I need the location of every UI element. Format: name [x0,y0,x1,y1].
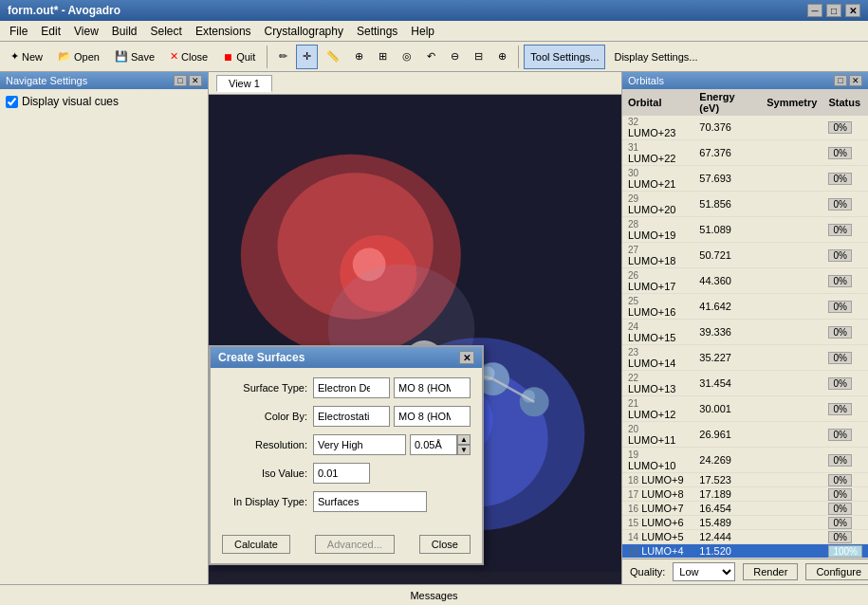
orbital-row[interactable]: 13 LUMO+411.520100% [622,544,868,559]
display-settings-button[interactable]: Display Settings... [607,45,704,69]
orbital-row[interactable]: 17 LUMO+817.1890% [622,487,868,502]
quality-label: Quality: [630,566,665,578]
save-button[interactable]: 💾 Save [108,45,161,69]
resolution-select[interactable]: Very High High Medium Low [313,434,406,455]
close-window-button[interactable]: ✕ [845,4,860,17]
orbital-row[interactable]: 21 LUMO+1230.0010% [622,396,868,422]
orbitals-close-button[interactable]: ✕ [849,75,862,86]
zoom-fit-button[interactable]: ⊟ [468,45,489,69]
orbital-number: 31 LUMO+22 [622,140,693,166]
menu-help[interactable]: Help [405,23,440,40]
measure-tool-button[interactable]: 📏 [320,45,346,69]
orbital-symmetry [761,422,822,448]
orbital-row[interactable]: 26 LUMO+1744.3600% [622,268,868,294]
orbital-row[interactable]: 19 LUMO+1024.2690% [622,448,868,473]
iso-value-field[interactable] [313,463,370,484]
orbital-row[interactable]: 30 LUMO+2157.6930% [622,166,868,192]
iso-value-label: Iso Value: [222,468,307,479]
open-button[interactable]: 📂 Open [51,45,106,69]
orbital-row[interactable]: 29 LUMO+2051.8560% [622,192,868,217]
orbital-energy: 24.269 [693,448,761,473]
atom-tool-button[interactable]: ◎ [396,45,418,69]
col-energy: Energy (eV) [693,89,761,117]
orbital-symmetry [761,544,822,559]
orbitals-float-button[interactable]: □ [834,75,847,86]
orbital-symmetry [761,487,822,502]
iso-value-input[interactable] [410,434,457,455]
surface-type-dropdown[interactable]: Electron Density Molecular Orbital Van d… [318,377,385,398]
calculate-button[interactable]: Calculate [222,535,290,554]
panel-close-button[interactable]: ✕ [189,75,202,86]
selection-tool-button[interactable]: ⊞ [372,45,394,69]
close-dialog-button[interactable]: Close [419,535,471,554]
menu-build[interactable]: Build [106,23,143,40]
extra-tool-button[interactable]: ⊖ [444,45,466,69]
new-button[interactable]: ✦ New [4,45,49,69]
orbital-row[interactable]: 22 LUMO+1331.4540% [622,371,868,396]
orbital-row[interactable]: 14 LUMO+512.4440% [622,530,868,544]
orbital-row[interactable]: 27 LUMO+1850.7210% [622,243,868,268]
col-symmetry: Symmetry [761,89,822,117]
orbital-row[interactable]: 25 LUMO+1641.6420% [622,294,868,320]
menu-view[interactable]: View [68,23,104,40]
configure-button[interactable]: Configure [805,563,868,580]
orbital-symmetry [761,166,822,192]
spinner-up-button[interactable]: ▲ [457,434,471,445]
orbital-row[interactable]: 23 LUMO+1435.2270% [622,345,868,371]
orbital-status: 0% [822,115,868,140]
molecule-canvas[interactable]: /home/souza/orca/k96 exe/form.out [209,95,621,584]
orbital-symmetry [761,140,822,166]
orbital-number: 13 LUMO+4 [622,544,693,559]
display-type-select[interactable]: Surfaces Wireframe [313,491,427,512]
menu-settings[interactable]: Settings [351,23,403,40]
resolution-dropdown[interactable]: Very High High Medium Low [318,434,401,455]
quality-select[interactable]: Low Medium High [673,562,735,581]
quit-button[interactable]: ⏹ Quit [216,45,262,69]
menu-select[interactable]: Select [145,23,188,40]
undo-button[interactable]: ↶ [420,45,442,69]
menu-edit[interactable]: Edit [35,23,66,40]
tool-settings-button[interactable]: Tool Settings... [524,45,605,69]
orbitals-header: Orbitals □ ✕ [622,72,868,89]
advanced-button[interactable]: Advanced... [315,535,395,554]
dialog-close-button[interactable]: ✕ [459,351,474,364]
close-file-button[interactable]: ✕ Close [163,45,214,69]
orbital-row[interactable]: 32 LUMO+2370.3760% [622,115,868,140]
color-by-select[interactable]: Electrostatic Potential None Orbital [313,406,390,427]
zoom-out-button[interactable]: ⊕ [491,45,513,69]
mo-color-dropdown[interactable]: MO 8 (HOMO+...) [398,406,466,427]
orbital-row[interactable]: 28 LUMO+1951.0890% [622,217,868,243]
measure-icon: 📏 [326,50,340,63]
orbital-row[interactable]: 31 LUMO+2267.3760% [622,140,868,166]
orbital-number: 24 LUMO+15 [622,320,693,345]
orbital-row[interactable]: 24 LUMO+1539.3360% [622,320,868,345]
menu-extensions[interactable]: Extensions [190,23,257,40]
mo-surface-dropdown[interactable]: MO 8 (HOMO+...) [398,377,466,398]
toolbar: ✦ New 📂 Open 💾 Save ✕ Close ⏹ Quit ✏ ✛ 📏… [0,42,868,72]
orbital-row[interactable]: 18 LUMO+917.5230% [622,473,868,487]
surface-type-select[interactable]: Electron Density Molecular Orbital Van d… [313,377,390,398]
mo-color-select[interactable]: MO 8 (HOMO+...) [394,406,471,427]
menu-crystallography[interactable]: Crystallography [259,23,349,40]
minimize-button[interactable]: ─ [807,4,822,17]
mo-surface-select[interactable]: MO 8 (HOMO+...) [394,377,471,398]
view-tab-1[interactable]: View 1 [216,75,272,92]
draw-tool-button[interactable]: ✏ [272,45,294,69]
maximize-button[interactable]: □ [826,4,841,17]
orbital-status: 0% [822,516,868,530]
render-button[interactable]: Render [743,563,798,580]
navigate-tool-button[interactable]: ✛ [296,45,318,69]
dialog-footer: Calculate Advanced... Close [211,529,482,563]
display-cues-checkbox[interactable] [6,96,18,108]
orbital-row[interactable]: 15 LUMO+615.4890% [622,516,868,530]
orbital-row[interactable]: 20 LUMO+1126.9610% [622,422,868,448]
orbital-row[interactable]: 16 LUMO+716.4540% [622,502,868,516]
manipulation-tool-button[interactable]: ⊕ [348,45,370,69]
menu-file[interactable]: File [4,23,33,40]
display-type-dropdown[interactable]: Surfaces Wireframe [318,491,422,512]
orbital-status: 0% [822,502,868,516]
panel-float-button[interactable]: □ [174,75,187,86]
spinner-down-button[interactable]: ▼ [457,445,471,455]
color-by-dropdown[interactable]: Electrostatic Potential None Orbital [318,406,385,427]
orbital-number: 21 LUMO+12 [622,396,693,422]
